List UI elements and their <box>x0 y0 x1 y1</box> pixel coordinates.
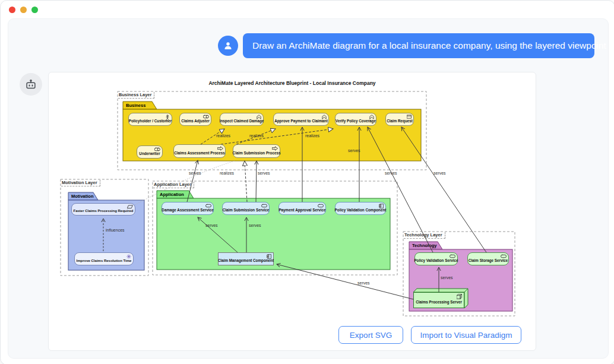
edge-label-serves: serves <box>385 171 397 175</box>
business-layer-label: Business Layer <box>118 92 154 99</box>
application-service-icon <box>205 204 211 208</box>
node-policy-validation-service: Policy Validation Service <box>414 252 458 265</box>
business-function-icon <box>257 115 261 119</box>
application-component-icon <box>379 204 384 208</box>
node-claim-management-component: Claim Management Component <box>218 252 274 265</box>
assistant-avatar <box>20 73 42 96</box>
diagram-title: ArchiMate Layered Architecture Blueprint… <box>49 80 536 86</box>
motivation-group-label: Motivation <box>71 194 94 199</box>
node-claim-request: Claim Request <box>385 113 414 126</box>
application-group-label: Application <box>160 192 184 197</box>
node-faster-claims-processing-required: Faster Claims Processing Required <box>71 203 135 216</box>
user-avatar <box>218 36 238 56</box>
edge-label-realizes: realizes <box>249 134 264 138</box>
edge-label-serves: serves <box>348 148 360 153</box>
node-approve-payment-to-claimant: Approve Payment to Claimant <box>273 113 329 126</box>
edge-label-influences: influences <box>106 228 125 232</box>
business-function-icon <box>322 115 327 119</box>
application-layer-label: Application Layer <box>153 182 194 188</box>
edge-label-serves: serves <box>189 171 201 175</box>
node-policyholder-customer: Policyholder / Customer <box>128 113 172 126</box>
edge-label-serves: serves <box>249 223 261 227</box>
user-message-bubble: Draw an ArchiMate diagram for a local in… <box>243 33 594 58</box>
window-zoom-button[interactable] <box>31 7 38 13</box>
node-claim-submission-process: Claim Submission Process <box>233 144 280 158</box>
node-claims-processing-server: Claims Processing Server <box>413 292 464 308</box>
node-claims-adjuster: Claims Adjuster <box>179 113 211 126</box>
technology-group-label: Technology <box>412 243 437 248</box>
business-group-label: Business <box>126 103 145 108</box>
edge-label-realizes: realizes <box>220 171 234 175</box>
business-role-icon <box>203 115 209 119</box>
node-claim-submission-service: Claim Submission Service <box>222 202 270 215</box>
business-function-icon <box>369 115 374 119</box>
edge-label-serves: serves <box>357 281 370 285</box>
node-damage-assessment-service: Damage Assessment Service <box>162 202 214 215</box>
technology-node-icon <box>457 294 462 299</box>
window-close-button[interactable] <box>9 7 15 13</box>
edge-label-serves: serves <box>433 171 446 175</box>
robot-icon <box>24 78 37 91</box>
edge-label-serves: serves <box>258 171 270 175</box>
application-service-icon <box>261 204 267 208</box>
edge-label-serves: serves <box>441 276 453 280</box>
business-object-icon <box>407 115 412 119</box>
user-person-icon <box>223 40 233 51</box>
edge-label-realizes: realizes <box>305 134 319 138</box>
node-payment-approval-service: Payment Approval Service <box>278 202 326 215</box>
business-process-icon <box>272 146 278 151</box>
technology-service-icon <box>501 254 507 258</box>
export-svg-button[interactable]: Export SVG <box>338 326 403 344</box>
app-window: Draw an ArchiMate diagram for a local in… <box>0 0 614 364</box>
node-improve-claims-resolution-time: Improve Claims Resolution Time <box>74 252 134 265</box>
technology-layer-label: Technology Layer <box>404 232 445 239</box>
node-inspect-claimed-damage: Inspect Claimed Damage <box>220 113 264 126</box>
import-to-visual-paradigm-button[interactable]: Import to Visual Paradigm <box>411 326 521 344</box>
node-claims-assessment-process: Claims Assessment Process <box>173 144 226 158</box>
diagram-card: ArchiMate Layered Architecture Blueprint… <box>48 72 536 351</box>
edge-label-realizes: realizes <box>216 134 230 138</box>
window-minimize-button[interactable] <box>20 7 27 13</box>
node-claim-storage-service: Claim Storage Service <box>467 252 509 265</box>
node-underwriter: Underwriter <box>137 145 163 159</box>
business-actor-icon <box>165 115 170 121</box>
application-component-icon <box>267 254 271 259</box>
edge-label-serves: serves <box>205 223 218 227</box>
business-role-icon <box>154 147 160 151</box>
application-service-icon <box>318 204 324 208</box>
node-policy-validation-component: Policy Validation Component <box>335 202 386 215</box>
goal-icon <box>126 254 131 259</box>
motivation-layer-label: Motivation Layer <box>61 180 100 186</box>
technology-service-icon <box>450 254 455 258</box>
business-process-icon <box>217 146 223 151</box>
node-verify-policy-coverage: Verify Policy Coverage <box>335 113 376 126</box>
requirement-icon <box>127 205 133 209</box>
